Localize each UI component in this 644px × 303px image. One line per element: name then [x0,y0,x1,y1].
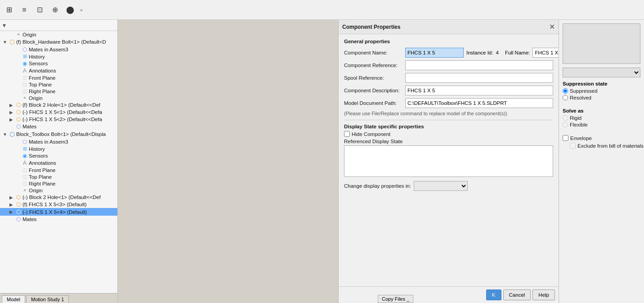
tree-toggle[interactable]: ▶ [8,117,14,122]
ok-button[interactable]: K [486,289,501,300]
display-area [563,23,640,64]
full-name-input[interactable] [532,48,559,58]
tree-label: Right Plane [29,181,55,186]
tree-toggle[interactable]: ▶ [8,110,14,115]
rigid-radio[interactable] [563,115,568,121]
part-icon: ⬡ [14,109,22,115]
toolbar-more[interactable]: » [78,7,85,13]
tree-toggle[interactable]: ▶ [8,202,14,207]
resolved-radio[interactable] [563,95,568,100]
model-document-path-row: Model Document Path: [344,98,553,108]
cancel-button[interactable]: Cancel [503,289,531,300]
solve-as-title: Solve as [563,108,640,113]
exclude-bom-checkbox[interactable] [570,143,576,149]
filter-icon[interactable]: ▾ [3,22,6,29]
tree-item-fhcs4[interactable]: ▶ ⬡ (-) FHCS 1 X 5<4> (Default) [0,208,117,216]
tree-item-history1[interactable]: ⊞ History [0,53,117,60]
tree-item-mates-assem3[interactable]: ⬡ Mates in Assem3 [0,46,117,53]
copy-files-text: Copy Files _ [382,296,409,302]
toolbar-btn-list[interactable]: ≡ [17,3,31,17]
tree-item-mates2[interactable]: ⬡ Mates [0,216,117,223]
tree-item-block-hole2[interactable]: ▶ ⬡ (-) Block 2 Hole<1> (Default<<Def [0,194,117,201]
tree-item-top-plane2[interactable]: ◫ Top Plane [0,173,117,180]
tree-label: (-) Block 2 Hole<1> (Default<<Def [22,194,101,200]
flexible-radio[interactable] [563,122,568,127]
tree-item-mates1[interactable]: ⬡ Mates [0,123,117,130]
suppressed-radio[interactable] [563,88,568,94]
tree-item-fhcs1[interactable]: ▶ ⬡ (-) FHCS 1 X 5<1> (Default<<Defa [0,109,117,116]
tree-item-annotations2[interactable]: A Annotations [0,159,117,167]
tree-label: Annotations [29,160,56,166]
change-display-label: Change display properties in: [344,183,411,189]
tree-item-sensors1[interactable]: ◉ Sensors [0,60,117,67]
tree-item-mates-assem3b[interactable]: ⬡ Mates in Assem3 [0,138,117,145]
toolbar-btn-box[interactable]: ⊡ [32,3,47,17]
component-reference-input[interactable] [405,60,553,70]
tree-toggle[interactable]: ▼ [2,132,8,137]
tree-item-origin3[interactable]: ⌖ Origin [0,187,117,194]
tree-item-block-hole1[interactable]: ▶ ⬡ (f) Block 2 Hole<1> (Default<<Def [0,101,117,109]
annotations-icon: A [21,68,29,74]
part-icon: ⬡ [14,208,22,215]
tree-label: Mates [22,217,36,222]
flexible-radio-row: Flexible [563,122,640,127]
suppression-state-group: Suppression state Suppressed Resolved [563,81,640,102]
toolbar-btn-grid[interactable]: ⊞ [2,3,16,17]
tree-toggle[interactable]: ▶ [8,103,14,108]
part-icon: ⬡ [14,201,22,208]
tree-item-right-plane1[interactable]: ◫ Right Plane [0,88,117,95]
tree-item-history2[interactable]: ⊞ History [0,145,117,152]
solve-as-group: Solve as Rigid Flexible [563,108,640,129]
tree-item-block-hardware[interactable]: ▼ ⬡ (f) Block_Hardware Bolt<1> (Default<… [0,38,117,46]
referenced-display-state-textarea[interactable] [344,145,553,177]
tree-item-origin2[interactable]: ⌖ Origin [0,95,117,101]
tree-toggle[interactable]: ▼ [2,40,8,45]
origin-icon: ⌖ [21,187,29,193]
toolbar-btn-circle[interactable]: ⬤ [63,3,77,17]
tree-item-fhcs3[interactable]: ▶ ⬡ (f) FHCS 1 X 5<3> (Default) [0,201,117,208]
tree-item-annotations1[interactable]: A Annotations [0,67,117,74]
tree-item-front-plane2[interactable]: ◫ Front Plane [0,167,117,173]
panel-titlebar: Component Properties ✕ [339,20,559,34]
tab-model[interactable]: Model [2,295,25,303]
tree-item-block-toolbox[interactable]: ▼ ⬡ Block_Toolbox Bolt<1> (Default<Displ… [0,130,117,138]
annotations-icon: A [21,160,29,166]
tree-label: (f) Block 2 Hole<1> (Default<<Def [22,102,100,108]
exclude-bom-checkbox-row: Exclude from bill of materials [563,143,640,149]
hide-component-checkbox[interactable] [344,131,350,137]
tree-label: Annotations [29,68,56,73]
tree-item-sensors2[interactable]: ◉ Sensors [0,152,117,159]
tree-item-right-plane2[interactable]: ◫ Right Plane [0,180,117,187]
help-button[interactable]: Help [532,289,555,300]
copy-files-indicator: Copy Files _ [378,295,413,303]
change-display-select[interactable] [414,181,468,191]
tree-toggle[interactable]: ▶ [8,209,14,214]
instance-id-label: Instance Id: [466,50,493,55]
tree-label: Front Plane [29,167,55,173]
tree-label: History [29,146,45,152]
tree-toggle[interactable]: ▶ [8,195,14,200]
component-name-row: Component Name: Instance Id: 4 Full Name… [344,48,553,58]
tree-item-top-plane1[interactable]: ◫ Top Plane [0,81,117,88]
history-icon: ⊞ [21,146,29,152]
panel-close-button[interactable]: ✕ [549,23,555,31]
sensor-icon: ◉ [21,153,29,159]
toolbar-btn-crosshair[interactable]: ⊕ [48,3,62,17]
feature-tree-panel: ▾ ⌖ Origin ▼ ⬡ (f) Block_Hardware Bolt<1… [0,20,118,303]
part-icon: ⬡ [14,116,22,122]
component-name-input[interactable] [405,48,464,58]
tree-label: Top Plane [29,174,52,180]
tree-item-origin-top[interactable]: ⌖ Origin [0,31,117,38]
sub-panel-select[interactable] [563,68,640,77]
plane-icon: ◫ [21,181,29,186]
envelope-checkbox[interactable] [563,135,568,141]
component-reference-label: Component Reference: [344,63,402,68]
tab-motion-study[interactable]: Motion Study 1 [26,295,69,303]
model-document-path-input[interactable] [405,98,553,108]
spool-reference-input[interactable] [405,73,553,83]
plane-icon: ◫ [21,75,29,81]
tree-item-fhcs2[interactable]: ▶ ⬡ (-) FHCS 1 X 5<2> (Default<<Defa [0,116,117,123]
feature-tree: ⌖ Origin ▼ ⬡ (f) Block_Hardware Bolt<1> … [0,31,117,293]
tree-item-front-plane1[interactable]: ◫ Front Plane [0,74,117,81]
component-description-input[interactable] [405,86,553,95]
